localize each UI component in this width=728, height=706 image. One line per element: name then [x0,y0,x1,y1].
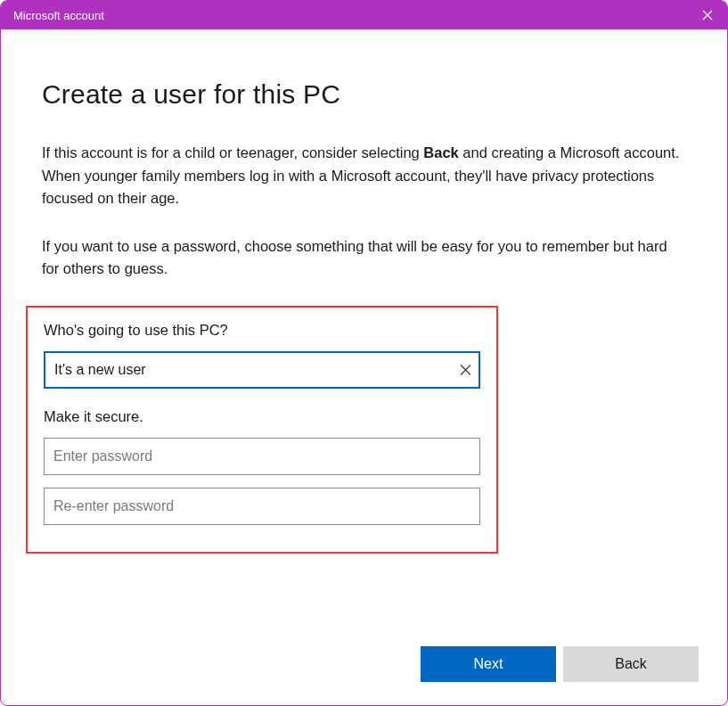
page-title: Create a user for this PC [42,79,686,110]
password-input[interactable] [44,438,480,475]
username-label: Who's going to use this PC? [44,322,480,339]
footer-buttons: Next Back [421,646,699,682]
next-button[interactable]: Next [421,646,556,682]
titlebar: Microsoft account [1,1,727,29]
intro-paragraph-1: If this account is for a child or teenag… [42,142,686,210]
content-area: Create a user for this PC If this accoun… [1,29,727,554]
intro-paragraph-1-bold: Back [423,144,458,160]
intro-paragraph-1-pre: If this account is for a child or teenag… [42,144,423,160]
username-input-wrap [44,351,480,389]
back-button[interactable]: Back [563,646,699,682]
form-highlight-box: Who's going to use this PC? Make it secu… [26,306,498,554]
close-icon[interactable] [700,8,715,22]
intro-paragraph-2: If you want to use a password, choose so… [42,235,686,281]
password-confirm-input[interactable] [44,488,480,525]
secure-label: Make it secure. [44,408,480,425]
window: Microsoft account Create a user for this… [0,0,728,706]
clear-input-icon[interactable] [460,364,471,375]
window-title: Microsoft account [13,9,104,22]
username-input[interactable] [44,351,480,389]
